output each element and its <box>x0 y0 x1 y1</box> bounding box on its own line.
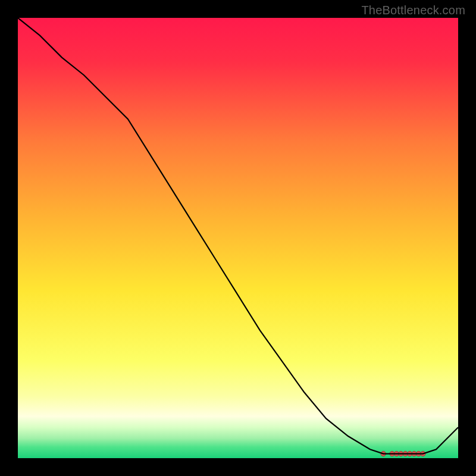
plot-area <box>18 18 458 458</box>
watermark: TheBottleneck.com <box>361 4 465 17</box>
curve-layer <box>18 18 458 458</box>
chart-frame: TheBottleneck.com <box>0 0 476 476</box>
bottleneck-curve <box>18 18 458 454</box>
